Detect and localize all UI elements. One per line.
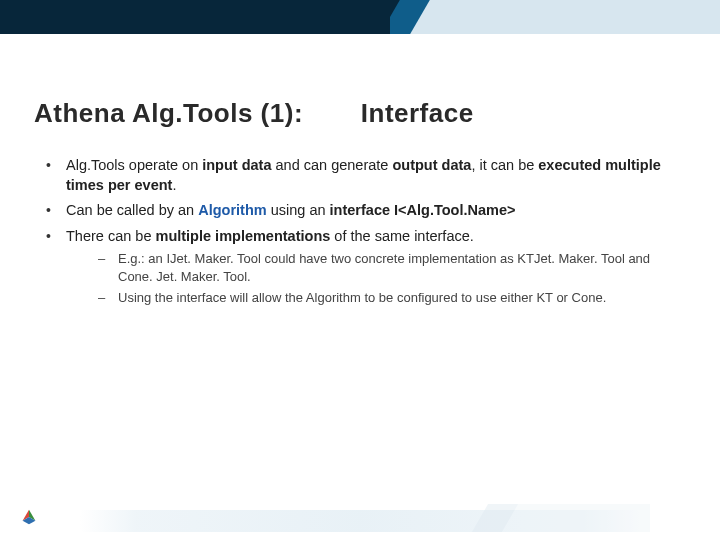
logo-icon: [18, 506, 40, 528]
text-run: Alg.Tools operate on: [66, 157, 202, 173]
sub-bullet-list: E.g.: an IJet. Maker. Tool could have tw…: [66, 250, 680, 307]
text-run: interface: [330, 202, 390, 218]
bullet-item: Alg.Tools operate on input data and can …: [40, 156, 680, 195]
slide: Athena Alg.Tools (1): Interface Alg.Tool…: [0, 0, 720, 540]
title-part-1: Athena Alg.Tools (1):: [34, 98, 303, 128]
text-run: I<Alg.Tool.Name>: [394, 202, 515, 218]
slide-title: Athena Alg.Tools (1): Interface: [34, 98, 474, 129]
bullet-item: There can be multiple implementations of…: [40, 227, 680, 307]
text-run: of the same interface.: [330, 228, 473, 244]
top-chevron: [390, 0, 720, 34]
text-run: multiple implementations: [155, 228, 330, 244]
bullet-item: Can be called by an Algorithm using an i…: [40, 201, 680, 221]
text-run: and can generate: [272, 157, 393, 173]
sub-bullet-item: Using the interface will allow the Algor…: [66, 289, 680, 307]
text-run: using an: [267, 202, 330, 218]
text-run: There can be: [66, 228, 155, 244]
text-run: .: [172, 177, 176, 193]
slide-body: Alg.Tools operate on input data and can …: [40, 156, 680, 313]
text-run: Algorithm: [198, 202, 266, 218]
top-bar: [0, 0, 720, 34]
sub-bullet-item: E.g.: an IJet. Maker. Tool could have tw…: [66, 250, 680, 285]
text-run: output data: [392, 157, 471, 173]
text-run: input data: [202, 157, 271, 173]
bottom-arrow-decoration: [450, 504, 650, 532]
title-part-2: Interface: [361, 98, 474, 128]
bullet-list: Alg.Tools operate on input data and can …: [40, 156, 680, 307]
text-run: Can be called by an: [66, 202, 198, 218]
text-run: , it can be: [471, 157, 538, 173]
